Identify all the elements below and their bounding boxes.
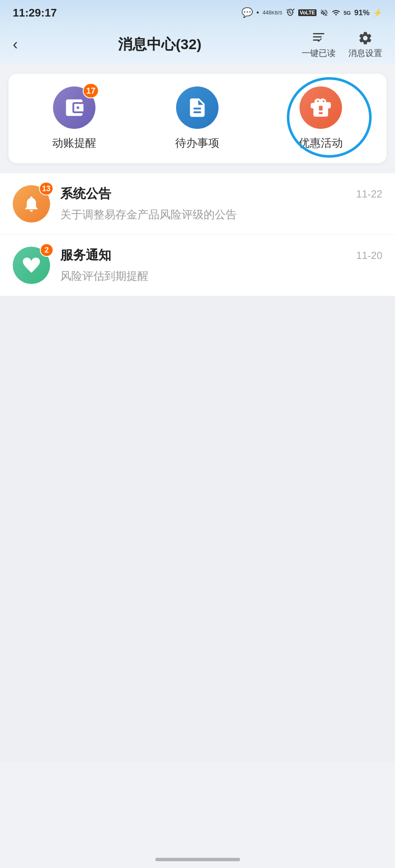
network-speed: 448 KB/S [263,10,283,16]
battery-level: 91% [354,8,370,17]
page-header: ‹ 消息中心(32) 一键已读 消息设置 [0,25,395,64]
message-item-service-notice[interactable]: 2 服务通知 11-20 风险评估到期提醒 [0,235,395,296]
service-notice-date: 11-20 [356,250,382,262]
service-notice-title: 服务通知 [60,247,111,264]
mark-all-read-label: 一键已读 [302,47,336,59]
hand-heart-icon [22,256,41,275]
service-notice-header: 服务通知 11-20 [60,247,382,264]
message-settings-button[interactable]: 消息设置 [348,31,382,59]
svg-rect-1 [313,36,322,37]
wechat-icon: 💬 [241,7,253,18]
battery-icon: ⚡ [373,8,382,17]
promotions-label: 优惠活动 [299,136,343,150]
system-announcement-title: 系统公告 [60,185,111,203]
system-announcement-avatar: 13 [13,185,50,223]
5g-icon: 5G [344,10,351,16]
wallet-icon [63,97,85,119]
account-reminder-badge: 17 [83,83,99,98]
message-item-system-announcement[interactable]: 13 系统公告 11-22 关于调整易存金产品风险评级的公告 [0,173,395,235]
status-bar: 11:29:17 💬 • 448 KB/S VoLTE 5G 91% ⚡ [0,0,395,25]
system-announcement-date: 11-22 [356,188,382,200]
pending-tasks-label: 待办事项 [175,136,219,150]
category-account-reminder[interactable]: 17 动账提醒 [52,86,96,150]
mark-read-icon [311,31,326,46]
message-settings-label: 消息设置 [348,47,382,59]
document-icon [186,97,208,119]
alarm-icon [286,8,295,17]
home-indicator [155,858,240,861]
status-icons: 💬 • 448 KB/S VoLTE 5G 91% ⚡ [241,7,382,18]
service-notice-avatar: 2 [13,247,50,284]
account-reminder-icon-wrap: 17 [53,86,95,129]
status-time: 11:29:17 [13,6,57,19]
system-announcement-preview: 关于调整易存金产品风险评级的公告 [60,207,382,222]
gift-icon [310,97,332,119]
mark-all-read-button[interactable]: 一键已读 [302,31,336,59]
pending-tasks-icon-wrap [176,86,219,129]
service-notice-preview: 风险评估到期提醒 [60,268,382,284]
message-list: 13 系统公告 11-22 关于调整易存金产品风险评级的公告 2 服务通知 11… [0,173,395,296]
page-title: 消息中心(32) [118,35,201,54]
bell-icon [22,195,41,213]
system-announcement-content: 系统公告 11-22 关于调整易存金产品风险评级的公告 [60,185,382,222]
volte-icon: VoLTE [298,9,316,16]
category-pending-tasks[interactable]: 待办事项 [175,86,219,150]
gear-icon [358,31,373,46]
promotions-icon-wrap [300,86,342,129]
system-announcement-header: 系统公告 11-22 [60,185,382,203]
service-notice-badge: 2 [40,243,53,257]
account-reminder-label: 动账提醒 [52,136,96,150]
svg-rect-0 [313,33,325,34]
silent-icon [320,8,328,17]
service-notice-content: 服务通知 11-20 风险评估到期提醒 [60,247,382,284]
back-button[interactable]: ‹ [13,36,18,53]
header-actions: 一键已读 消息设置 [302,31,382,59]
dot-separator: • [256,8,259,17]
bottom-content-area [0,296,395,762]
wifi-icon [332,8,340,17]
category-promotions[interactable]: 优惠活动 [299,86,343,150]
system-announcement-badge: 13 [39,182,53,195]
categories-card: 17 动账提醒 待办事项 优惠活动 [8,74,387,163]
